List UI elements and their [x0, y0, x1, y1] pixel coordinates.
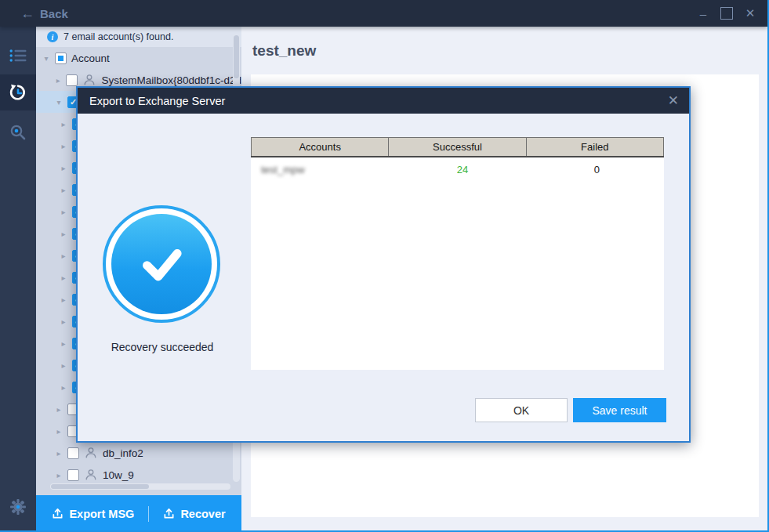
action-divider [148, 506, 149, 522]
bottom-action-bar: Export MSG Recover [36, 495, 241, 532]
expand-arrow-icon[interactable]: ▸ [55, 449, 63, 458]
modal-close-icon[interactable]: ✕ [668, 94, 679, 107]
expand-arrow-icon[interactable]: ▸ [60, 361, 67, 370]
expand-arrow-icon[interactable]: ▸ [60, 383, 67, 392]
success-circle [111, 214, 212, 314]
recover-upload-icon [163, 508, 175, 519]
save-result-button[interactable]: Save result [573, 398, 666, 422]
tree-checkbox[interactable] [67, 469, 79, 481]
expand-arrow-icon[interactable]: ▾ [55, 98, 63, 107]
horizontal-scrollbar[interactable] [50, 483, 230, 490]
expand-arrow-icon[interactable]: ▸ [55, 405, 63, 414]
page-title: test_new [252, 42, 316, 60]
modal-title: Export to Exchange Server [89, 95, 225, 107]
window-controls: – ✕ [697, 7, 756, 20]
expand-arrow-icon[interactable]: ▸ [60, 252, 67, 260]
expand-arrow-icon[interactable]: ▸ [60, 142, 67, 150]
close-button[interactable]: ✕ [744, 7, 756, 20]
title-bar: ← Back – ✕ [0, 0, 767, 27]
export-exchange-modal: Export to Exchange Server ✕ Recovery suc… [76, 86, 691, 443]
search-icon[interactable] [0, 119, 36, 146]
accounts-found-text: 7 email account(s) found. [63, 31, 173, 42]
export-msg-label: Export MSG [69, 508, 134, 520]
back-arrow-icon: ← [20, 6, 34, 20]
recover-label: Recover [180, 508, 225, 520]
tree-row-label: 10w_9 [103, 469, 134, 481]
search-glyph [9, 124, 27, 141]
column-header-failed: Failed [527, 137, 664, 156]
expand-arrow-icon[interactable]: ▸ [60, 317, 67, 326]
tree-checkbox[interactable] [55, 52, 67, 64]
successful-count-cell: 24 [395, 164, 529, 176]
info-bar: i 7 email account(s) found. [36, 27, 241, 47]
expand-arrow-icon[interactable]: ▸ [60, 230, 67, 238]
expand-arrow-icon[interactable]: ▸ [60, 120, 67, 128]
recover-button[interactable]: Recover [163, 508, 225, 520]
export-upload-icon [52, 508, 63, 519]
tree-checkbox[interactable] [67, 447, 79, 459]
expand-arrow-icon[interactable]: ▸ [60, 339, 67, 348]
success-badge [103, 205, 220, 323]
expand-arrow-icon[interactable]: ▸ [60, 208, 67, 216]
maximize-icon [720, 7, 733, 20]
tree-row[interactable]: ▾ Account [36, 47, 241, 69]
expand-arrow-icon[interactable]: ▸ [60, 273, 67, 282]
history-restore-icon[interactable] [0, 79, 36, 106]
expand-arrow-icon[interactable]: ▸ [55, 427, 63, 436]
expand-arrow-icon[interactable]: ▸ [55, 76, 61, 85]
results-table-header: Accounts Successful Failed [251, 137, 664, 157]
maximize-button[interactable] [720, 7, 733, 20]
icon-sidebar [0, 27, 36, 532]
tree-row-label: Account [71, 52, 110, 64]
app-window: ← Back – ✕ [0, 0, 769, 532]
horizontal-scrollbar-thumb[interactable] [51, 484, 149, 489]
export-msg-button[interactable]: Export MSG [52, 508, 134, 520]
modal-header: Export to Exchange Server ✕ [78, 88, 689, 114]
status-text: Recovery succeeded [87, 341, 238, 353]
menu-list-icon[interactable] [0, 42, 36, 69]
settings-gear-icon[interactable] [0, 494, 36, 520]
back-label: Back [40, 7, 68, 20]
table-row: test_mpw 24 0 [251, 157, 664, 181]
expand-arrow-icon[interactable]: ▸ [60, 295, 67, 304]
checkmark-icon [129, 231, 194, 297]
expand-arrow-icon[interactable]: ▾ [42, 54, 50, 63]
menu-list-glyph [9, 49, 27, 63]
ok-button[interactable]: OK [475, 398, 568, 422]
tree-row[interactable]: ▸ 10w_9 [36, 464, 241, 486]
vertical-scrollbar-thumb[interactable] [234, 35, 239, 78]
tree-checkbox[interactable] [66, 74, 78, 86]
column-header-successful: Successful [389, 137, 526, 156]
tree-row[interactable]: ▸ db_info2 [36, 442, 241, 464]
tree-row-label: db_info2 [103, 447, 143, 459]
tree-row-label: SystemMailbox{80ddbf1c-d2d [101, 74, 241, 86]
person-icon [82, 73, 96, 87]
person-icon [84, 468, 98, 482]
expand-arrow-icon[interactable]: ▸ [60, 164, 67, 172]
history-restore-glyph [9, 83, 27, 102]
info-icon: i [47, 31, 58, 42]
account-name-cell: test_mpw [251, 164, 395, 176]
settings-gear-glyph [9, 498, 27, 516]
expand-arrow-icon[interactable]: ▸ [55, 471, 63, 480]
back-button[interactable]: ← Back [20, 6, 68, 20]
person-icon [84, 446, 98, 460]
results-table: Accounts Successful Failed test_mpw 24 0 [251, 137, 664, 370]
column-header-accounts: Accounts [251, 137, 389, 156]
failed-count-cell: 0 [530, 164, 664, 176]
minimize-button[interactable]: – [697, 7, 709, 20]
expand-arrow-icon[interactable]: ▸ [60, 186, 67, 194]
